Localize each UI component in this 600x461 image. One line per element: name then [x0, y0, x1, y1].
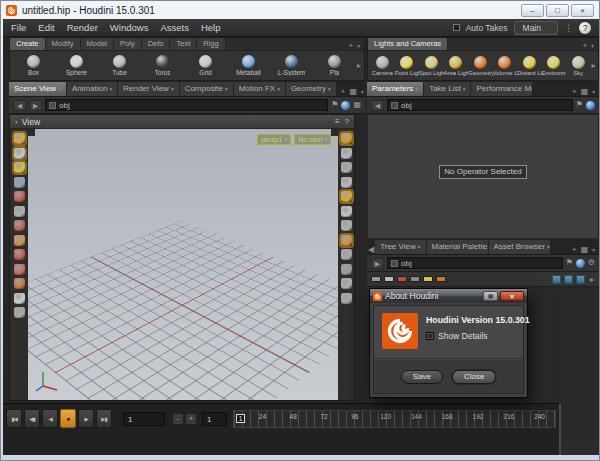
shelf-tab[interactable]: Model	[81, 38, 114, 50]
chevron-down-icon[interactable]: ▾	[591, 43, 594, 49]
path-field[interactable]: obj	[387, 257, 563, 269]
menu-item[interactable]: Edit	[38, 22, 54, 33]
save-button[interactable]: Save	[401, 370, 443, 384]
shelf-tool[interactable]: Sky	[566, 56, 591, 76]
network-layout-button[interactable]	[552, 275, 561, 284]
shelf-tab[interactable]: Modify	[46, 38, 81, 50]
window-control-button[interactable]: –	[521, 4, 544, 17]
shelf-tab[interactable]: Rigg	[197, 38, 225, 50]
titlebar[interactable]: untitled.hip - Houdini 15.0.301 – □ ×	[1, 1, 599, 19]
transport-button[interactable]: ▶▮	[96, 409, 112, 428]
viewport-tool-icon[interactable]	[341, 249, 352, 260]
viewport-tool-icon[interactable]	[14, 133, 25, 144]
frame-field[interactable]: 1	[123, 412, 165, 426]
shelf-tab[interactable]: Lights and Cameras	[368, 38, 448, 50]
chevron-down-icon[interactable]: ▾	[592, 247, 595, 253]
viewport-tool-icon[interactable]	[14, 307, 25, 318]
viewport-tool-icon[interactable]	[14, 177, 25, 188]
pane-tab[interactable]: Asset Browser ▾	[489, 240, 551, 254]
flag-icon[interactable]: ⚑	[566, 258, 573, 268]
viewport-tool-icon[interactable]	[14, 191, 25, 202]
chevron-down-icon[interactable]: ▾	[418, 242, 421, 252]
shelf-tab[interactable]: Defo	[142, 38, 171, 50]
viewport-tool-icon[interactable]	[14, 264, 25, 275]
shelf-scroll-right-icon[interactable]: ▸	[356, 61, 362, 70]
pane-layout-icon[interactable]: ▦	[581, 87, 589, 96]
shelf-tab[interactable]: Create	[10, 38, 46, 50]
viewport[interactable]: persp1 ▾ No cam ▾	[28, 129, 338, 400]
shelf-tool[interactable]: Metaball	[227, 55, 270, 76]
viewport-tool-icon[interactable]	[14, 235, 25, 246]
shelf-tab[interactable]: Poly	[114, 38, 142, 50]
gear-icon[interactable]: ⚙	[588, 258, 595, 268]
menu-item[interactable]: File	[11, 22, 26, 33]
shelf-tool[interactable]: Point Light	[395, 56, 420, 76]
tab-scroll-left-icon[interactable]: ◀	[367, 245, 375, 254]
list-icon[interactable]: ≡	[335, 117, 340, 126]
snapshot-orb-icon[interactable]	[341, 101, 350, 110]
chevron-down-icon[interactable]: ▾	[357, 43, 360, 49]
snapshot-orb-icon[interactable]	[576, 259, 585, 268]
viewport-tool-icon[interactable]	[341, 191, 352, 202]
chevron-down-icon[interactable]: ▾	[463, 84, 466, 94]
viewport-tool-icon[interactable]	[341, 293, 352, 304]
shelf-tool[interactable]: Volume Light	[493, 56, 518, 76]
viewport-tool-icon[interactable]	[341, 278, 352, 289]
help-icon[interactable]: ?	[579, 22, 591, 34]
flag-icon[interactable]: ⚑	[331, 100, 338, 110]
shelf-tool[interactable]: Geometry L	[468, 56, 493, 76]
node-color-swatch[interactable]	[384, 276, 394, 282]
shelf-tool[interactable]: Spot Light	[419, 56, 444, 76]
pane-tab[interactable]: Render View ▾	[118, 82, 179, 96]
kebab-icon[interactable]: ⋮	[564, 23, 573, 33]
pane-tab[interactable]: Tree View ▾	[375, 240, 426, 254]
frame-increment-button[interactable]: +	[185, 413, 197, 425]
node-color-swatch[interactable]	[436, 276, 446, 282]
chevron-down-icon[interactable]: ▾	[361, 89, 364, 95]
panel-icon[interactable]: ▦	[353, 100, 361, 110]
auto-takes-checkbox[interactable]	[453, 24, 460, 31]
shelf-scroll-right-icon[interactable]: ▸	[591, 61, 597, 70]
pane-layout-icon[interactable]: ▦	[581, 245, 589, 254]
viewport-tool-icon[interactable]	[341, 177, 352, 188]
chevron-down-icon[interactable]: ▾	[328, 84, 331, 94]
pane-tab[interactable]: Take List ▾	[424, 82, 471, 96]
viewport-tool-icon[interactable]	[14, 249, 25, 260]
frame-decrement-button[interactable]: -	[172, 413, 184, 425]
menu-item[interactable]: Help	[201, 22, 221, 33]
viewport-tool-icon[interactable]	[341, 162, 352, 173]
shelf-tool[interactable]: L-System	[270, 55, 313, 76]
chevron-down-icon[interactable]: ▾	[547, 242, 550, 252]
pane-tab[interactable]: Motion FX ▾	[234, 82, 286, 96]
pane-tab[interactable]: Composite ▾	[180, 82, 234, 96]
chevron-down-icon[interactable]: ▾	[58, 84, 61, 94]
viewport-tool-icon[interactable]	[14, 293, 25, 304]
shelf-tool[interactable]: Box	[12, 55, 55, 76]
camera-persp-badge[interactable]: persp1 ▾	[257, 134, 291, 145]
viewport-tool-icon[interactable]	[341, 133, 352, 144]
no-cam-badge[interactable]: No cam ▾	[294, 134, 331, 145]
viewport-tool-icon[interactable]	[14, 220, 25, 231]
shelf-tool[interactable]: Environmen	[542, 56, 567, 76]
transport-button[interactable]: ■	[60, 409, 76, 428]
transport-button[interactable]: ▮◀	[6, 409, 22, 428]
shelf-tool[interactable]: Camera	[370, 56, 395, 76]
close-button[interactable]: Close	[452, 370, 496, 384]
network-layout-button[interactable]	[564, 275, 573, 284]
viewport-tool-icon[interactable]	[14, 148, 25, 159]
snapshot-orb-icon[interactable]	[586, 101, 595, 110]
current-frame-marker[interactable]: 1	[236, 414, 245, 423]
viewport-tool-icon[interactable]	[341, 206, 352, 217]
node-color-swatch[interactable]	[397, 276, 407, 282]
shelf-tool[interactable]: Tube	[98, 55, 141, 76]
flag-icon[interactable]: ⚑	[576, 100, 583, 110]
dialog-maximize-button[interactable]: ▦	[483, 291, 498, 301]
network-layout-button[interactable]	[576, 275, 585, 284]
menu-item[interactable]: Windows	[110, 22, 149, 33]
shelf-tool[interactable]: Sphere	[55, 55, 98, 76]
take-selector-dropdown[interactable]: Main	[514, 21, 558, 35]
toolbar-scroll-right-icon[interactable]: ▸	[589, 275, 595, 284]
viewport-tool-icon[interactable]	[14, 162, 25, 173]
pane-layout-icon[interactable]: ▦	[349, 87, 357, 96]
window-control-button[interactable]: □	[546, 4, 569, 17]
